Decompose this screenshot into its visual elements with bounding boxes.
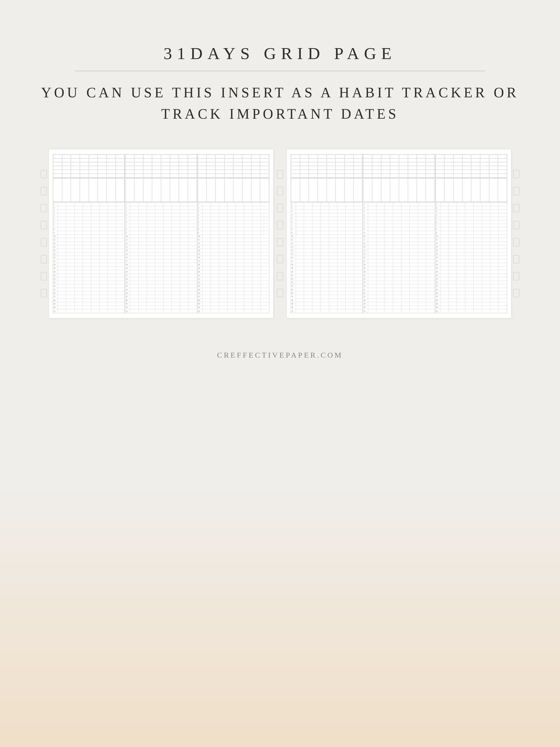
grid-cell[interactable] [304,206,312,209]
grid-cell[interactable] [377,217,385,220]
grid-cell[interactable] [377,291,385,295]
grid-cell[interactable] [393,291,401,295]
grid-cell[interactable] [304,213,312,216]
grid-cell[interactable] [337,263,346,266]
grid-cell[interactable] [312,306,321,309]
grid-cell[interactable] [465,266,474,270]
grid-cell[interactable] [490,309,499,313]
grid-cell[interactable] [147,291,155,295]
grid-cell[interactable] [482,210,490,213]
grid-cell[interactable] [346,266,354,270]
grid-cell[interactable] [244,309,252,313]
grid-cell[interactable] [346,231,354,234]
grid-cell[interactable] [449,206,457,209]
top-grid-cell[interactable] [345,158,354,162]
grid-cell[interactable] [211,217,219,220]
grid-cell[interactable] [163,291,172,295]
grid-cell[interactable] [108,238,116,241]
grid-cell[interactable] [329,228,337,231]
grid-cell[interactable] [252,291,261,295]
grid-cell[interactable] [440,299,449,302]
grid-cell[interactable] [418,302,426,305]
grid-cell[interactable] [474,309,482,313]
grid-cell[interactable] [418,277,426,281]
grid-cell[interactable] [499,256,507,259]
grid-cell[interactable] [236,249,244,252]
top-grid-cell[interactable] [260,162,269,166]
grid-cell[interactable] [410,259,418,263]
top-grid-cell[interactable] [71,162,80,166]
grid-cell[interactable] [426,256,434,259]
grid-cell[interactable] [116,206,124,209]
grid-cell[interactable] [130,252,138,256]
grid-cell[interactable] [75,277,83,281]
grid-cell[interactable] [440,249,449,252]
grid-cell[interactable] [401,228,410,231]
grid-cell[interactable] [410,266,418,270]
grid-cell[interactable] [312,291,321,295]
grid-cell[interactable] [219,235,227,238]
grid-cell[interactable] [482,213,490,216]
grid-cell[interactable] [354,299,362,302]
top-grid-cell[interactable] [225,170,233,174]
top-grid-cell[interactable] [143,166,152,170]
top-grid-cell[interactable] [152,166,161,170]
grid-cell[interactable] [244,256,252,259]
grid-cell[interactable] [75,281,83,284]
grid-cell[interactable] [203,291,211,295]
grid-cell[interactable] [296,281,304,284]
top-grid-cell[interactable] [116,158,125,162]
grid-cell[interactable] [490,252,499,256]
grid-cell[interactable] [393,302,401,305]
grid-cell[interactable] [100,309,108,313]
grid-cell[interactable] [312,270,321,274]
grid-cell[interactable] [147,224,155,227]
grid-cell[interactable] [83,302,91,305]
grid-cell[interactable] [449,238,457,241]
grid-cell[interactable] [219,206,227,209]
grid-cell[interactable] [393,206,401,209]
grid-cell[interactable] [58,288,66,291]
grid-cell[interactable] [66,299,74,302]
grid-cell[interactable] [91,228,100,231]
grid-cell[interactable] [321,306,329,309]
grid-cell[interactable] [401,274,410,277]
grid-cell[interactable] [188,238,197,241]
grid-cell[interactable] [377,206,385,209]
grid-cell[interactable] [91,235,100,238]
grid-cell[interactable] [236,228,244,231]
grid-cell[interactable] [147,299,155,302]
top-grid-cell[interactable] [354,170,362,174]
top-grid-cell[interactable] [498,174,507,177]
grid-cell[interactable] [155,249,163,252]
grid-cell[interactable] [440,263,449,266]
grid-cell[interactable] [337,217,346,220]
grid-cell[interactable] [449,291,457,295]
grid-cell[interactable] [449,266,457,270]
top-grid-cell[interactable] [152,158,161,162]
grid-cell[interactable] [490,266,499,270]
grid-cell[interactable] [108,242,116,245]
grid-cell[interactable] [155,302,163,305]
grid-cell[interactable] [108,281,116,284]
grid-cell[interactable] [163,277,172,281]
grid-cell[interactable] [296,306,304,309]
grid-cell[interactable] [252,306,261,309]
grid-cell[interactable] [426,284,434,288]
top-grid-cell[interactable] [188,162,197,166]
grid-cell[interactable] [147,217,155,220]
grid-cell[interactable] [75,252,83,256]
grid-cell[interactable] [236,277,244,281]
grid-cell[interactable] [172,252,180,256]
grid-cell[interactable] [393,213,401,216]
grid-cell[interactable] [401,299,410,302]
grid-cell[interactable] [203,224,211,227]
top-grid-cell[interactable] [291,174,300,177]
grid-cell[interactable] [172,266,180,270]
top-grid-cell[interactable] [143,158,152,162]
grid-cell[interactable] [180,277,188,281]
top-grid-cell[interactable] [291,166,300,170]
grid-cell[interactable] [261,242,269,245]
grid-cell[interactable] [418,203,426,206]
grid-cell[interactable] [482,224,490,227]
